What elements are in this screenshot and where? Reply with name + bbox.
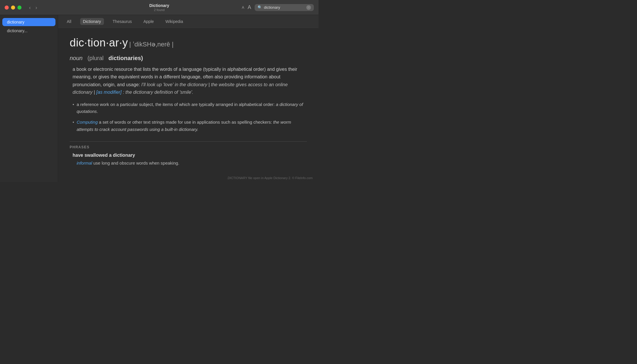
word-title: dic·tion·ar·y [70,37,128,49]
titlebar: ‹ › Dictionary 2 found A A 🔍 ✕ [0,0,318,15]
titlebar-right: A A 🔍 ✕ [242,4,314,11]
bullet-item-1: a reference work on a particular subject… [70,101,307,116]
nav-buttons: ‹ › [27,4,39,11]
modifier-example: : the dictionary definition of 'smile'. [123,90,193,95]
search-icon: 🔍 [258,5,262,10]
fullscreen-button[interactable] [17,6,21,10]
phrase1-title: have swallowed a dictionary [70,153,307,158]
plural-label: (plural [87,55,104,61]
bullet2-text: a set of words or other text strings mad… [99,120,272,125]
content-area: All Dictionary Thesaurus Apple Wikipedia… [58,15,318,182]
pipe-separator2: | [94,90,96,95]
back-button[interactable]: ‹ [27,4,33,11]
tab-apple[interactable]: Apple [141,18,157,25]
computing-label: Computing [77,120,98,125]
tab-bar: All Dictionary Thesaurus Apple Wikipedia [58,15,318,28]
phrases-label: PHRASES [70,145,307,149]
titlebar-title: Dictionary [149,3,169,8]
pos-label: noun [70,55,83,61]
plural-word: dictionaries) [108,55,143,61]
definition-content: dic·tion·ar·y | ˈdikSHəˌnerē | noun (plu… [58,28,318,174]
sidebar-item-label: dictionary... [7,28,28,33]
font-size-large-button[interactable]: A [248,4,251,10]
sidebar-item-label: dictionary [7,20,24,24]
search-clear-button[interactable]: ✕ [306,5,311,10]
search-input[interactable] [264,5,305,10]
sidebar-item-dictionary-ellipsis[interactable]: dictionary... [2,27,55,35]
footer-note: .DICTIONARY file open in Apple Dictionar… [58,174,318,182]
word-pronunciation: | ˈdikSHəˌnerē | [129,41,173,48]
main-definition: a book or electronic resource that lists… [70,66,307,96]
main-layout: dictionary dictionary... All Dictionary … [0,15,318,182]
word-heading: dic·tion·ar·y | ˈdikSHəˌnerē | [70,37,307,49]
part-of-speech: noun (plural dictionaries) [70,55,307,62]
bullet-item-2: Computing a set of words or other text s… [70,119,307,133]
titlebar-center: Dictionary 2 found [149,3,169,12]
tab-dictionary[interactable]: Dictionary [80,18,104,25]
phrases-section: PHRASES [70,141,307,149]
forward-button[interactable]: › [34,4,39,11]
traffic-lights [5,6,21,10]
phrase1-informal: informal [77,161,92,165]
tab-all[interactable]: All [64,18,74,25]
bullet1-text: a reference work on a particular subject… [77,102,275,107]
pipe-separator: | [208,82,211,87]
modifier-label: [as modifier] [96,90,122,95]
example1: I'll look up 'love' in the dictionary [141,82,207,87]
close-button[interactable] [5,6,9,10]
sidebar-item-dictionary[interactable]: dictionary [2,18,55,26]
tab-wikipedia[interactable]: Wikipedia [163,18,186,25]
minimize-button[interactable] [11,6,15,10]
search-bar: 🔍 ✕ [255,4,314,11]
phrase1-def: informal use long and obscure words when… [70,160,307,167]
font-size-small-button[interactable]: A [242,6,244,10]
tab-thesaurus[interactable]: Thesaurus [110,18,135,25]
titlebar-subtitle: 2 found [149,8,169,12]
sidebar: dictionary dictionary... [0,15,58,182]
